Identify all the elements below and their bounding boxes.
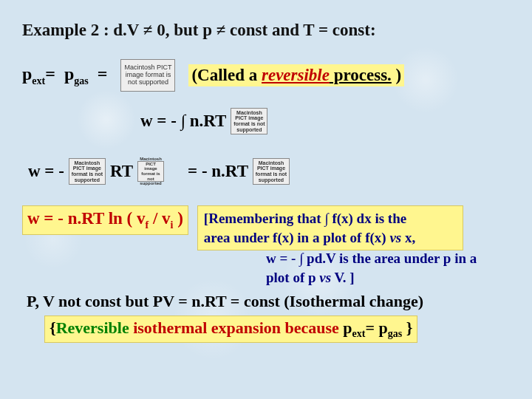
remember-vs1: vs bbox=[389, 230, 401, 245]
isothermal-red: isothermal expansion because bbox=[129, 318, 344, 337]
brace-close: } bbox=[406, 318, 413, 337]
reversible-word: reversible bbox=[262, 66, 330, 84]
main-formula: w = - n.RT ln ( vf / vi ) bbox=[22, 205, 188, 235]
reversible-process-label: (Called a reversible process. ) bbox=[188, 64, 404, 86]
remember-l4c: V. ] bbox=[331, 270, 355, 285]
formula-end: ) bbox=[173, 209, 183, 228]
final-p1: p bbox=[343, 318, 352, 337]
rt-text: RT bbox=[110, 162, 133, 181]
process-word: process. bbox=[330, 66, 392, 84]
row-formula-remember: w = - n.RT ln ( vf / vi ) [Remembering t… bbox=[22, 205, 510, 250]
row-w-rt: w = - Macintosh PICT image format is not… bbox=[28, 158, 510, 185]
reversible-green: Reversible bbox=[56, 318, 129, 337]
w-eq-minus: w = - bbox=[28, 162, 64, 181]
called-pre: (Called a bbox=[191, 66, 262, 84]
formula-part1: w = - n.RT ln ( v bbox=[27, 209, 145, 228]
row-pext: pext= pgas = Macintosh PICT image format… bbox=[22, 59, 510, 92]
remember-l2c: x, bbox=[401, 230, 415, 245]
remember-l3: w = - ∫ pd.V is the area under p in a bbox=[266, 250, 477, 266]
remember-l4: plot of p bbox=[266, 270, 319, 285]
eq-nrt: = - n.RT bbox=[188, 162, 248, 181]
final-conclusion: {Reversible isothermal expansion because… bbox=[44, 316, 417, 343]
final-eq: = p bbox=[365, 318, 387, 337]
pict-placeholder-icon: Macintosh PICT image format is not suppo… bbox=[137, 161, 164, 182]
slide-content: Example 2 : d.V ≠ 0, but p ≠ const and T… bbox=[0, 0, 532, 364]
pict-placeholder-icon: Macintosh PICT image format is not suppo… bbox=[120, 59, 175, 92]
final-gas-sub: gas bbox=[388, 328, 402, 339]
example-heading: Example 2 : d.V ≠ 0, but p ≠ const and T… bbox=[22, 21, 510, 40]
w-eq-int-nrt: w = - ∫ n.RT bbox=[140, 112, 226, 131]
formula-mid: / v bbox=[149, 209, 170, 228]
pv-const-line: P, V not const but PV = n.RT = const (Is… bbox=[27, 292, 510, 311]
remember-continuation: w = - ∫ pd.V is the area under p in a pl… bbox=[266, 249, 510, 287]
remember-vs2: vs bbox=[319, 270, 331, 285]
remember-box: [Remembering that ∫ f(x) dx is the area … bbox=[197, 205, 463, 250]
pict-placeholder-icon: Macintosh PICT image format is not suppo… bbox=[231, 108, 267, 134]
row-w-integral: w = - ∫ n.RT Macintosh PICT image format… bbox=[140, 108, 510, 134]
called-close: ) bbox=[392, 66, 401, 84]
remember-l1: [Remembering that ∫ f(x) dx is the bbox=[204, 211, 406, 226]
brace-open: { bbox=[50, 318, 56, 337]
pict-placeholder-icon: Macintosh PICT image format is not suppo… bbox=[253, 158, 290, 185]
pext-equals-pgas: pext= pgas = bbox=[22, 64, 107, 87]
final-ext-sub: ext bbox=[352, 328, 366, 339]
pict-placeholder-icon: Macintosh PICT image format is not suppo… bbox=[69, 158, 106, 185]
remember-l2: area under f(x) in a plot of f(x) bbox=[204, 230, 390, 245]
